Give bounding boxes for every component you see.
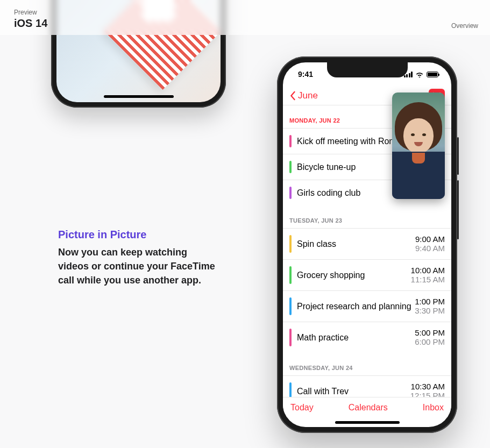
event-title: Spin class bbox=[297, 239, 336, 249]
event-start-time: 9:00 AM bbox=[415, 235, 445, 244]
primary-phone-mockup: 9:41 June bbox=[277, 56, 457, 433]
event-color-bar bbox=[289, 297, 292, 315]
feature-heading: Picture in Picture bbox=[58, 229, 219, 241]
pip-facetime-window[interactable] bbox=[392, 93, 445, 199]
today-button[interactable]: Today bbox=[290, 403, 314, 413]
pip-video-content bbox=[392, 93, 445, 199]
event-title: Call with Trev bbox=[297, 387, 349, 396]
event-title: Project research and planning bbox=[297, 302, 411, 311]
event-content: Call with Trev10:30 AM12:15 PM bbox=[297, 382, 445, 397]
back-button[interactable]: June bbox=[289, 90, 318, 101]
calendar-event[interactable]: Grocery shopping10:00 AM11:15 AM bbox=[283, 259, 451, 290]
event-end-time: 3:30 PM bbox=[415, 307, 445, 316]
event-title: Math practice bbox=[297, 333, 349, 343]
event-color-bar bbox=[289, 382, 292, 397]
phone-screen: 9:41 June bbox=[283, 62, 451, 427]
status-time: 9:41 bbox=[298, 70, 313, 79]
calendar-event[interactable]: Math practice5:00 PM6:00 PM bbox=[283, 322, 451, 353]
calendars-button[interactable]: Calendars bbox=[349, 403, 388, 413]
event-start-time: 1:00 PM bbox=[415, 297, 445, 307]
home-indicator[interactable] bbox=[335, 421, 400, 424]
topbar-left: Preview iOS 14 bbox=[14, 9, 47, 30]
calendar-event[interactable]: Spin class9:00 AM9:40 AM bbox=[283, 228, 451, 259]
event-end-time: 9:40 AM bbox=[415, 244, 445, 253]
event-start-time: 10:30 AM bbox=[410, 382, 445, 392]
event-times: 10:00 AM11:15 AM bbox=[411, 266, 445, 284]
page-title: iOS 14 bbox=[14, 17, 47, 30]
feature-copy: Picture in Picture Now you can keep watc… bbox=[58, 229, 219, 287]
event-color-bar bbox=[289, 329, 292, 346]
calendar-event[interactable]: Project research and planning1:00 PM3:30… bbox=[283, 290, 451, 322]
back-label: June bbox=[298, 90, 318, 101]
status-icons bbox=[404, 71, 439, 77]
event-color-bar bbox=[289, 161, 292, 173]
battery-icon bbox=[427, 72, 438, 77]
event-title: Girls coding club bbox=[297, 188, 360, 198]
event-color-bar bbox=[289, 135, 292, 147]
calendar-toolbar: Today Calendars Inbox bbox=[283, 397, 451, 417]
event-end-time: 12:15 PM bbox=[410, 392, 445, 397]
overview-link[interactable]: Overview bbox=[451, 22, 478, 30]
event-color-bar bbox=[289, 187, 292, 199]
event-color-bar bbox=[289, 235, 292, 253]
event-times: 9:00 AM9:40 AM bbox=[415, 235, 445, 253]
preview-label: Preview bbox=[14, 9, 47, 16]
home-indicator bbox=[104, 95, 174, 98]
wifi-icon bbox=[415, 71, 424, 77]
event-title: Grocery shopping bbox=[297, 271, 365, 280]
chevron-left-icon bbox=[289, 91, 296, 101]
event-color-bar bbox=[289, 266, 292, 284]
event-content: Project research and planning1:00 PM3:30… bbox=[297, 297, 445, 315]
page-topbar: Preview iOS 14 Overview bbox=[0, 0, 490, 35]
phone-notch bbox=[327, 62, 408, 77]
event-start-time: 10:00 AM bbox=[411, 266, 445, 275]
section-header: TUESDAY, JUN 23 bbox=[283, 205, 451, 228]
event-content: Spin class9:00 AM9:40 AM bbox=[297, 235, 445, 253]
section-header: WEDNESDAY, JUN 24 bbox=[283, 353, 451, 375]
event-content: Grocery shopping10:00 AM11:15 AM bbox=[297, 266, 445, 284]
event-title: Bicycle tune-up bbox=[297, 162, 356, 172]
event-end-time: 11:15 AM bbox=[411, 275, 445, 285]
inbox-button[interactable]: Inbox bbox=[423, 403, 444, 413]
event-title: Kick off meeting with Ron bbox=[297, 137, 394, 146]
event-content: Math practice5:00 PM6:00 PM bbox=[297, 329, 445, 346]
event-times: 1:00 PM3:30 PM bbox=[415, 297, 445, 315]
feature-body: Now you can keep watching videos or cont… bbox=[58, 245, 219, 287]
calendar-event[interactable]: Call with Trev10:30 AM12:15 PM bbox=[283, 375, 451, 397]
event-times: 10:30 AM12:15 PM bbox=[410, 382, 445, 397]
event-start-time: 5:00 PM bbox=[415, 329, 445, 338]
event-times: 5:00 PM6:00 PM bbox=[415, 329, 445, 346]
event-end-time: 6:00 PM bbox=[415, 338, 445, 347]
